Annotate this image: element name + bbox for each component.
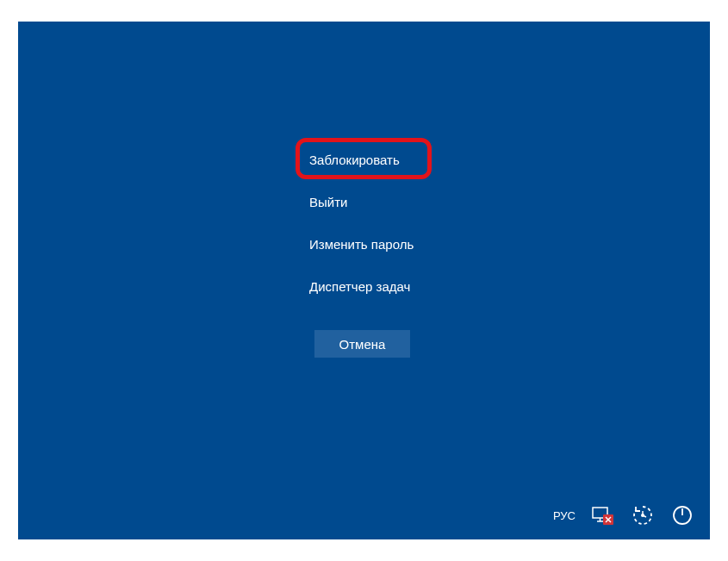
language-indicator[interactable]: РУС bbox=[553, 509, 576, 522]
cancel-button[interactable]: Отмена bbox=[314, 330, 410, 358]
lock-option[interactable]: Заблокировать bbox=[306, 144, 461, 176]
power-icon[interactable] bbox=[670, 503, 694, 527]
ease-of-access-icon[interactable] bbox=[631, 503, 655, 527]
security-options-screen: Заблокировать Выйти Изменить пароль Дисп… bbox=[18, 22, 710, 539]
change-password-option[interactable]: Изменить пароль bbox=[306, 228, 461, 260]
security-options-menu: Заблокировать Выйти Изменить пароль Дисп… bbox=[306, 144, 461, 313]
network-icon[interactable] bbox=[591, 503, 615, 527]
bottom-toolbar: РУС bbox=[553, 503, 694, 527]
task-manager-option[interactable]: Диспетчер задач bbox=[306, 271, 461, 302]
signout-option[interactable]: Выйти bbox=[306, 186, 461, 218]
